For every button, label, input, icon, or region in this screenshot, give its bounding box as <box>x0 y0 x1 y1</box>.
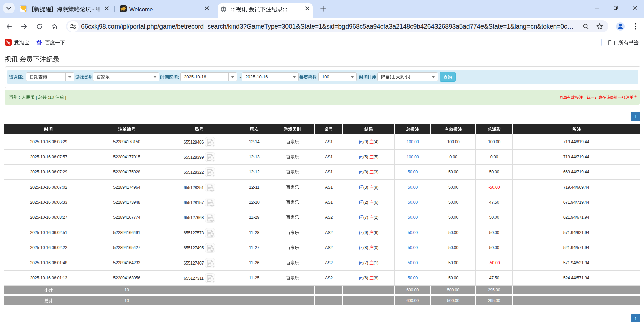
svg-text:du: du <box>38 43 41 45</box>
